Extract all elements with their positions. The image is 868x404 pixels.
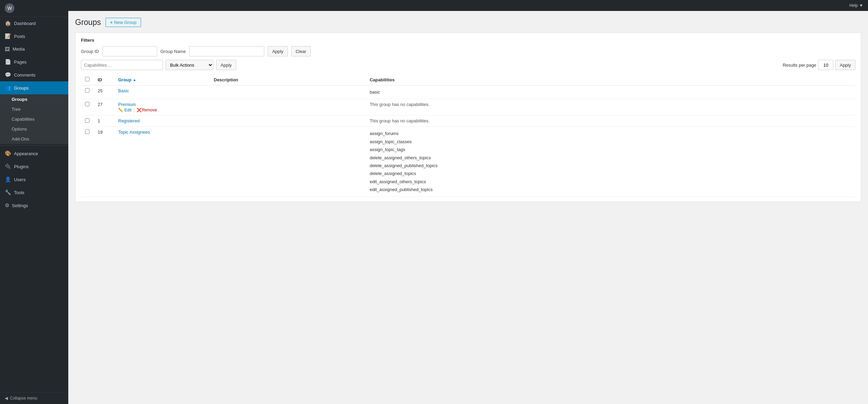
sidebar-item-media[interactable]: 🖼 Media xyxy=(0,43,68,55)
appearance-icon: 🎨 xyxy=(5,150,11,157)
sidebar-label-dashboard: Dashboard xyxy=(14,21,36,26)
group-link-19[interactable]: Topic Assignees xyxy=(118,130,150,135)
th-id: ID xyxy=(94,74,114,85)
th-description: Description xyxy=(210,74,366,85)
comments-icon: 💬 xyxy=(5,72,11,78)
col-group-sort[interactable]: Group ▲ xyxy=(118,77,206,82)
bulk-actions-select[interactable]: Bulk Actions Delete xyxy=(166,60,213,70)
help-button[interactable]: Help ▼ xyxy=(849,3,863,8)
group-name-input[interactable] xyxy=(189,46,264,56)
cap-item: basic xyxy=(370,88,851,96)
row-checkbox-19[interactable] xyxy=(85,130,89,134)
results-per-page-input[interactable] xyxy=(818,60,833,70)
new-group-label: New Group xyxy=(114,20,137,25)
row-id-25: 25 xyxy=(94,85,114,99)
row-id-19: 19 xyxy=(94,127,114,197)
row-desc-1 xyxy=(210,116,366,127)
groups-submenu: Groups Tree Capabilities Options Add-Ons xyxy=(0,94,68,144)
col-capabilities-label: Capabilities xyxy=(370,77,395,82)
cap-item: assign_topic_classes xyxy=(370,138,851,146)
collapse-menu-btn[interactable]: ◀ Collapse menu xyxy=(0,392,68,404)
group-name-label: Group Name xyxy=(160,49,186,54)
col-group-label: Group xyxy=(118,77,131,82)
sidebar-label-users: Users xyxy=(14,177,26,182)
page-title: Groups xyxy=(75,18,101,27)
group-link-25[interactable]: Basic xyxy=(118,88,129,93)
sidebar-item-groups-main[interactable]: Groups xyxy=(0,94,68,104)
edit-action-27[interactable]: ✏️ Edit xyxy=(118,108,131,112)
sidebar-item-users[interactable]: 👤 Users xyxy=(0,173,68,186)
sidebar: W 🏠 Dashboard 📝 Posts 🖼 Media 📄 Pages 💬 … xyxy=(0,0,68,404)
row-checkbox-1[interactable] xyxy=(85,118,89,123)
sidebar-item-tree[interactable]: Tree xyxy=(0,104,68,114)
cap-item: delete_assigned_published_topics xyxy=(370,162,851,170)
row-group-27: Premium ✏️ Edit | ❌Remove xyxy=(114,99,210,116)
page-header: Groups + New Group xyxy=(75,18,861,27)
settings-icon: ⚙ xyxy=(5,202,9,208)
page-content-area: Groups + New Group Filters Group ID Grou… xyxy=(68,11,868,209)
sidebar-label-plugins: Plugins xyxy=(14,164,29,169)
sidebar-item-addons[interactable]: Add-Ons xyxy=(0,134,68,144)
row-desc-27 xyxy=(210,99,366,116)
filters-panel: Filters Group ID Group Name Apply Clear … xyxy=(75,32,861,202)
select-all-checkbox[interactable] xyxy=(85,77,89,81)
sidebar-label-settings: Settings xyxy=(12,203,28,208)
sidebar-label-media: Media xyxy=(13,46,25,52)
results-per-page-label: Results per page xyxy=(783,63,816,68)
sidebar-item-posts[interactable]: 📝 Posts xyxy=(0,30,68,43)
sidebar-label-comments: Comments xyxy=(14,72,36,78)
apply-results-button[interactable]: Apply xyxy=(835,60,855,70)
row-group-19: Topic Assignees xyxy=(114,127,210,197)
th-capabilities: Capabilities xyxy=(366,74,855,85)
row-group-25: Basic xyxy=(114,85,210,99)
help-label: Help xyxy=(849,3,858,8)
sidebar-item-dashboard[interactable]: 🏠 Dashboard xyxy=(0,17,68,30)
sidebar-item-groups[interactable]: 👥 Groups xyxy=(0,81,68,94)
media-icon: 🖼 xyxy=(5,46,10,52)
group-link-1[interactable]: Registered xyxy=(118,118,140,123)
no-caps-msg-1: This group has no capabilities. xyxy=(370,118,430,123)
clear-filter-button[interactable]: Clear xyxy=(291,46,311,56)
posts-icon: 📝 xyxy=(5,33,11,39)
cap-item: assign_forums xyxy=(370,130,851,137)
plus-icon: + xyxy=(110,20,113,25)
col-id-label: ID xyxy=(98,77,102,82)
sidebar-label-tools: Tools xyxy=(14,190,24,195)
new-group-button[interactable]: + New Group xyxy=(106,18,141,27)
sidebar-item-settings[interactable]: ⚙ Settings xyxy=(0,199,68,212)
table-row: 19Topic Assigneesassign_forumsassign_top… xyxy=(81,127,855,197)
sidebar-item-pages[interactable]: 📄 Pages xyxy=(0,55,68,68)
actions-row: Bulk Actions Delete Apply Results per pa… xyxy=(81,60,855,70)
row-caps-19: assign_forumsassign_topic_classesassign_… xyxy=(366,127,855,197)
group-id-input[interactable] xyxy=(102,46,157,56)
sidebar-item-comments[interactable]: 💬 Comments xyxy=(0,68,68,81)
sidebar-item-options[interactable]: Options xyxy=(0,124,68,134)
row-checkbox-25[interactable] xyxy=(85,88,89,93)
cap-item: assign_topic_tags xyxy=(370,146,851,153)
row-desc-19 xyxy=(210,127,366,197)
top-bar: Help ▼ xyxy=(68,0,868,11)
row-desc-25 xyxy=(210,85,366,99)
th-group: Group ▲ xyxy=(114,74,210,85)
sidebar-item-capabilities[interactable]: Capabilities xyxy=(0,114,68,124)
collapse-icon: ◀ xyxy=(5,396,8,401)
row-caps-27: This group has no capabilities. xyxy=(366,99,855,116)
apply-bulk-button[interactable]: Apply xyxy=(216,60,236,70)
sidebar-item-plugins[interactable]: 🔌 Plugins xyxy=(0,160,68,173)
row-checkbox-27[interactable] xyxy=(85,102,89,106)
help-arrow-icon: ▼ xyxy=(859,3,863,8)
col-description-label: Description xyxy=(214,77,238,82)
cap-list-19: assign_forumsassign_topic_classesassign_… xyxy=(370,130,851,193)
sidebar-item-tools[interactable]: 🔧 Tools xyxy=(0,186,68,199)
remove-action-27[interactable]: ❌Remove xyxy=(137,108,157,112)
apply-filter-button[interactable]: Apply xyxy=(268,46,288,56)
group-link-27[interactable]: Premium xyxy=(118,102,136,107)
active-arrow xyxy=(65,81,68,94)
row-caps-25: basic xyxy=(366,85,855,99)
table-row: 27Premium ✏️ Edit | ❌Remove This group h… xyxy=(81,99,855,116)
row-group-1: Registered xyxy=(114,116,210,127)
row-caps-1: This group has no capabilities. xyxy=(366,116,855,127)
capabilities-filter-input[interactable] xyxy=(81,60,163,70)
sidebar-item-appearance[interactable]: 🎨 Appearance xyxy=(0,147,68,160)
sidebar-label-appearance: Appearance xyxy=(14,151,38,156)
